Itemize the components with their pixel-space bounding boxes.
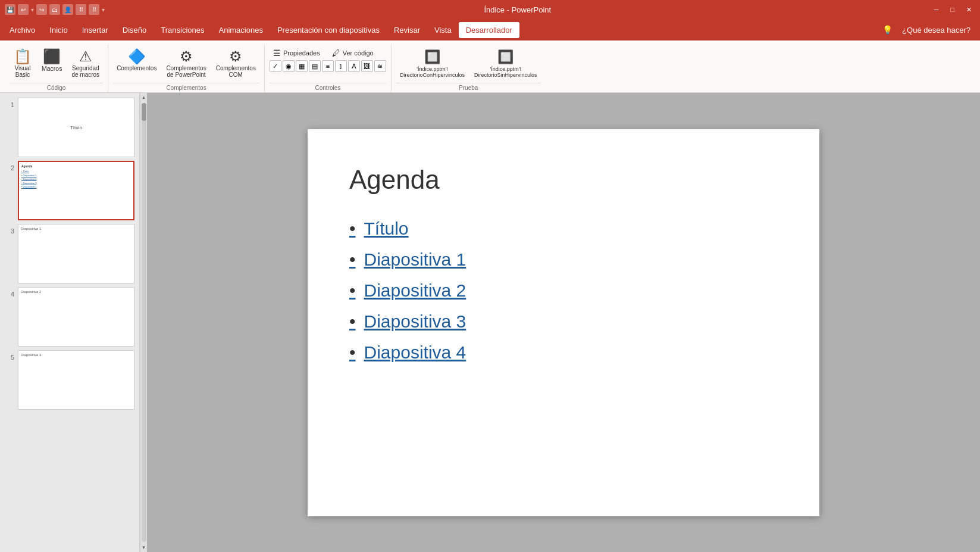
propiedades-icon: ☰	[273, 48, 281, 58]
menu-presentacion[interactable]: Presentación con diapositivas	[270, 22, 387, 38]
window-title: Índice - PowerPoint	[105, 5, 931, 14]
bullet-titulo[interactable]: Título	[349, 219, 778, 239]
slide-thumb-5[interactable]: Diapositiva 3	[18, 350, 134, 410]
complementos-button[interactable]: 🔷 Complementos	[113, 47, 160, 74]
slide-num-2: 2	[5, 161, 14, 171]
slide-3-label: Diapositiva 1	[21, 227, 41, 230]
help-button[interactable]: ¿Qué desea hacer?	[895, 22, 978, 38]
visual-basic-icon: 📋	[14, 49, 32, 64]
maximize-button[interactable]: □	[947, 5, 958, 14]
window-controls: ─ □ ✕	[931, 5, 975, 15]
menu-diseno[interactable]: Diseño	[115, 22, 154, 38]
menu-insertar[interactable]: Insertar	[75, 22, 115, 38]
complementos-com-icon: ⚙	[229, 49, 242, 64]
checkbox-icon[interactable]: ✓	[270, 60, 281, 72]
complementos-icon: 🔷	[128, 49, 146, 64]
undo-icon[interactable]: ↩	[18, 4, 29, 15]
codigo-buttons: 📋 Visual Basic ⬛ Macros ⚠ Seguridad de m…	[10, 47, 103, 80]
slide-canvas: Agenda Título Diapositiva 1 Diapositiva …	[308, 129, 819, 516]
complementos-group-label: Complementos	[113, 83, 259, 91]
bullet-diapositiva3[interactable]: Diapositiva 3	[349, 311, 778, 332]
ribbon-group-controles: ☰ Propiedades 🖊 Ver código ✓ ◉ ▦ ▤ ≡ ⫿ A…	[265, 45, 392, 92]
indice-sin-button[interactable]: 🔲 'Índice.pptm'! DirectorioSinHipervincu…	[471, 47, 541, 80]
slide-thumb-1[interactable]: Título	[18, 98, 134, 157]
controles-content: ☰ Propiedades 🖊 Ver código ✓ ◉ ▦ ▤ ≡ ⫿ A…	[270, 47, 386, 80]
indice-con-button[interactable]: 🔲 'Índice.pptm'! DirectorioConHipervincu…	[396, 47, 468, 80]
macros-button[interactable]: ⬛ Macros	[38, 47, 65, 74]
menu-vista[interactable]: Vista	[427, 22, 459, 38]
canvas-area: Agenda Título Diapositiva 1 Diapositiva …	[147, 93, 980, 552]
close-button[interactable]: ✕	[963, 5, 975, 15]
menu-archivo[interactable]: Archivo	[2, 22, 42, 38]
menu-desarrollador[interactable]: Desarrollador	[459, 22, 519, 38]
slide-thumb-container-3: 3 Diapositiva 1	[5, 224, 134, 283]
complementos-pp-button[interactable]: ⚙ Complementos de PowerPoint	[162, 47, 209, 80]
slide-thumb-container-1: 1 Título	[5, 98, 134, 157]
slide-panel-scrollbar[interactable]: ▲ ▼	[140, 93, 147, 552]
scrollbar-icon[interactable]: ≡	[322, 60, 334, 72]
slide-2-content: Agenda Título Diapositiva 1 Diapositiva …	[19, 162, 133, 219]
menu-transiciones[interactable]: Transiciones	[154, 22, 211, 38]
minimize-button[interactable]: ─	[931, 5, 943, 14]
ribbon: 📋 Visual Basic ⬛ Macros ⚠ Seguridad de m…	[0, 40, 980, 93]
redo-icon[interactable]: ↪	[36, 4, 47, 15]
prueba-buttons: 🔲 'Índice.pptm'! DirectorioConHipervincu…	[396, 47, 541, 80]
ribbon-group-prueba: 🔲 'Índice.pptm'! DirectorioConHipervincu…	[392, 45, 546, 92]
visual-basic-button[interactable]: 📋 Visual Basic	[10, 47, 36, 80]
help-area: 💡 ¿Qué desea hacer?	[882, 22, 978, 38]
slide-thumb-3[interactable]: Diapositiva 1	[18, 224, 134, 283]
slide-2-bullet-1: Título	[21, 170, 131, 173]
menu-revisar[interactable]: Revisar	[387, 22, 427, 38]
quick-access-toolbar: 💾 ↩ ▾ ↪ 🗂 👤 ⠿ ⠿ ▾	[5, 4, 105, 15]
slide-num-5: 5	[5, 350, 14, 361]
hierarchy2-icon[interactable]: ⠿	[89, 4, 99, 15]
prueba-group-label: Prueba	[396, 83, 541, 91]
user-icon[interactable]: 👤	[62, 4, 73, 15]
seguridad-button[interactable]: ⚠ Seguridad de macros	[68, 47, 103, 80]
radio-icon[interactable]: ◉	[283, 60, 295, 72]
slide-2-bullet-5: Diapositiva 4	[21, 185, 131, 188]
main-layout: 1 Título 2 Agenda Título Diapositiva 1 D…	[0, 93, 980, 552]
menu-animaciones[interactable]: Animaciones	[211, 22, 270, 38]
macros-icon: ⬛	[43, 49, 61, 64]
slide-num-4: 4	[5, 287, 14, 298]
ver-codigo-icon: 🖊	[332, 48, 340, 58]
slide-thumb-2[interactable]: Agenda Título Diapositiva 1 Diapositiva …	[18, 161, 134, 220]
indice-con-icon: 🔲	[424, 49, 440, 65]
save-icon[interactable]: 💾	[5, 4, 15, 15]
scroll-thumb[interactable]	[142, 103, 146, 121]
spinbutton-icon[interactable]: ⫿	[335, 60, 347, 72]
menu-bar: Archivo Inicio Insertar Diseño Transicio…	[0, 19, 980, 40]
slide-panel-container: 1 Título 2 Agenda Título Diapositiva 1 D…	[0, 93, 147, 552]
scroll-track	[142, 103, 146, 542]
slide-thumb-container-5: 5 Diapositiva 3	[5, 350, 134, 410]
label-icon[interactable]: A	[348, 60, 360, 72]
listbox-icon[interactable]: ▦	[296, 60, 308, 72]
ver-codigo-button[interactable]: 🖊 Ver código	[328, 47, 377, 59]
complementos-com-button[interactable]: ⚙ Complementos COM	[212, 47, 259, 80]
image-icon[interactable]: 🖼	[361, 60, 373, 72]
menu-inicio[interactable]: Inicio	[42, 22, 74, 38]
slide-thumb-container-4: 4 Diapositiva 2	[5, 287, 134, 347]
combobox-icon[interactable]: ▤	[309, 60, 321, 72]
ribbon-group-complementos: 🔷 Complementos ⚙ Complementos de PowerPo…	[108, 45, 265, 92]
slide-thumb-4[interactable]: Diapositiva 2	[18, 287, 134, 347]
propiedades-button[interactable]: ☰ Propiedades	[270, 47, 324, 59]
slide-4-label: Diapositiva 2	[21, 290, 41, 294]
controles-group-label: Controles	[270, 83, 386, 91]
bullet-diapositiva4[interactable]: Diapositiva 4	[349, 342, 778, 363]
hierarchy-icon[interactable]: ⠿	[76, 4, 86, 15]
slide-title: Agenda	[349, 165, 778, 195]
slide-panel: 1 Título 2 Agenda Título Diapositiva 1 D…	[0, 93, 140, 552]
undo-dropdown[interactable]: ▾	[31, 7, 34, 13]
bullet-diapositiva1[interactable]: Diapositiva 1	[349, 250, 778, 270]
bullet-diapositiva2[interactable]: Diapositiva 2	[349, 280, 778, 301]
slide-5-label: Diapositiva 3	[21, 353, 41, 357]
slide-2-bullet-2: Diapositiva 1	[21, 174, 131, 177]
control-icons-row: ✓ ◉ ▦ ▤ ≡ ⫿ A 🖼 ≋	[270, 60, 386, 72]
controles-top-row: ☰ Propiedades 🖊 Ver código	[270, 47, 377, 59]
seguridad-icon: ⚠	[79, 49, 92, 64]
help-icon: 💡	[882, 25, 893, 35]
more-controls-icon[interactable]: ≋	[374, 60, 386, 72]
format-icon[interactable]: 🗂	[49, 4, 60, 15]
